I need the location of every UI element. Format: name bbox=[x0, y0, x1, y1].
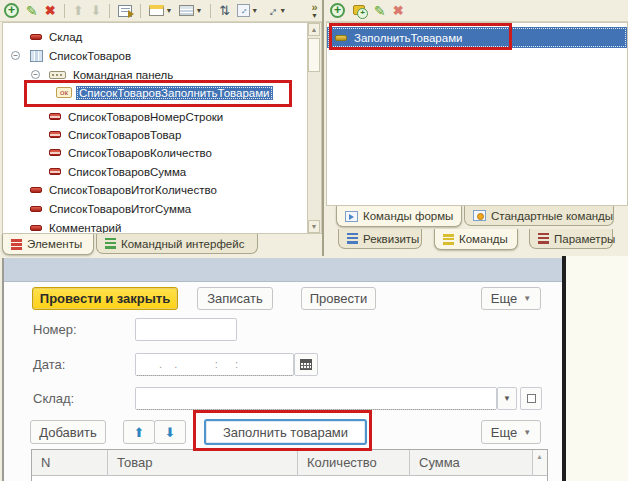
column-icon bbox=[49, 131, 61, 138]
warehouse-open-button[interactable] bbox=[520, 387, 542, 410]
table-scrollbar[interactable]: ▲ bbox=[532, 450, 547, 476]
tab-команды[interactable]: Команды bbox=[434, 229, 518, 250]
ok-button-icon: ок bbox=[56, 87, 72, 98]
tree-item[interactable]: СписокТоваровСумма bbox=[3, 162, 307, 181]
commands-list: ЗаполнитьТоварами bbox=[326, 22, 628, 206]
tree-item-label: СписокТоваровИтогКоличество bbox=[46, 183, 220, 197]
arrow-down-icon: ⬇ bbox=[165, 425, 176, 440]
fill-with-goods-label: Заполнить товарами bbox=[223, 425, 348, 440]
move-up-button[interactable]: ⬆ bbox=[73, 4, 84, 18]
date-input[interactable]: . . : : bbox=[135, 353, 294, 376]
tree-item-label: СписокТоваровКоличество bbox=[65, 146, 215, 160]
expander-icon[interactable]: − bbox=[31, 70, 40, 79]
tab-label: Элементы bbox=[27, 238, 82, 250]
tree-item[interactable]: −Командная панель bbox=[3, 65, 307, 84]
warehouse-input[interactable] bbox=[135, 387, 497, 410]
add-button[interactable]: + bbox=[4, 3, 19, 18]
tree-item-label: СписокТоваровСумма bbox=[65, 165, 189, 179]
scroll-thumb[interactable] bbox=[308, 38, 320, 72]
chevron-down-icon[interactable]: ▼ bbox=[165, 7, 172, 14]
tree-scrollbar[interactable]: ▲ ▼ bbox=[308, 22, 322, 234]
table-header-n: N bbox=[32, 450, 108, 476]
move-row-down-button[interactable]: ⬇ bbox=[154, 420, 186, 444]
arrow-up-icon: ⬆ bbox=[134, 425, 145, 440]
add-row-button[interactable]: Добавить bbox=[30, 420, 106, 444]
tab-командный-интерфейс[interactable]: Командный интерфейс bbox=[96, 234, 258, 254]
stacked-bars-icon bbox=[347, 233, 358, 244]
stacked-bars-icon bbox=[443, 234, 454, 245]
tree-item[interactable]: СписокТоваровНомерСтроки bbox=[3, 107, 307, 126]
delete-command-button[interactable]: ✖ bbox=[393, 4, 404, 17]
toolbar-separator bbox=[210, 4, 211, 18]
date-placeholder: . . : : bbox=[154, 358, 240, 370]
move-down-button[interactable]: ⬇ bbox=[91, 4, 102, 18]
tab-стандартные-команды[interactable]: Стандартные команды bbox=[464, 206, 614, 226]
command-icon bbox=[335, 35, 347, 41]
tree-item[interactable]: Склад bbox=[3, 27, 307, 46]
post-and-close-button[interactable]: Провести и закрыть bbox=[32, 287, 178, 310]
add-standard-command-button[interactable] bbox=[352, 5, 367, 17]
tree-item[interactable]: Комментарий bbox=[3, 218, 307, 234]
tab-label: Команды bbox=[459, 233, 508, 245]
commands-toolbar: +✎✖ bbox=[326, 0, 628, 22]
more-button-top[interactable]: Еще ▼ bbox=[481, 287, 541, 310]
resize-mode-button[interactable]: ↔▼ bbox=[237, 4, 258, 17]
tab-команды-формы[interactable]: Команды формы bbox=[336, 206, 462, 227]
tab-элементы[interactable]: Элементы bbox=[2, 234, 94, 255]
write-label: Записать bbox=[207, 291, 263, 306]
number-input[interactable] bbox=[135, 318, 237, 341]
panel-splitter[interactable] bbox=[322, 0, 324, 256]
post-label: Провести bbox=[310, 291, 368, 306]
edit-button[interactable]: ✎ bbox=[26, 4, 38, 18]
form-view-button[interactable]: ▼ bbox=[149, 5, 172, 16]
swap-arrows-icon: ⇅ bbox=[219, 4, 230, 17]
tree-item-label: Комментарий bbox=[46, 221, 124, 235]
chevron-down-icon[interactable]: ▼ bbox=[251, 7, 258, 14]
chevron-down-icon[interactable]: ▼ bbox=[195, 7, 202, 14]
tree-item-label: СписокТоваровНомерСтроки bbox=[65, 110, 226, 124]
calendar-button[interactable] bbox=[294, 353, 318, 376]
list-item[interactable]: ЗаполнитьТоварами bbox=[327, 27, 627, 48]
warehouse-label: Склад: bbox=[33, 391, 74, 406]
scroll-down-icon[interactable]: ▼ bbox=[308, 220, 320, 233]
tree-item-label: СписокТоваровЗаполнитьТоварами bbox=[76, 86, 273, 100]
form-arrangement-button[interactable]: ▼ bbox=[179, 5, 202, 16]
post-button[interactable]: Провести bbox=[301, 287, 376, 310]
more-button-table[interactable]: Еще ▼ bbox=[481, 420, 541, 444]
element-tree: Склад−СписокТоваров−Командная панельокСп… bbox=[2, 22, 308, 234]
tab-реквизиты[interactable]: Реквизиты bbox=[338, 229, 422, 249]
edit-command-button[interactable]: ✎ bbox=[374, 4, 386, 18]
spacing-button[interactable]: ↔▼ bbox=[265, 4, 286, 17]
tree-item[interactable]: окСписокТоваровЗаполнитьТоварами bbox=[3, 83, 307, 102]
tree-item[interactable]: СписокТоваровИтогКоличество bbox=[3, 180, 307, 199]
expander-icon[interactable]: − bbox=[11, 51, 20, 60]
open-value-icon bbox=[527, 394, 536, 403]
fill-with-goods-button[interactable]: Заполнить товарами bbox=[204, 419, 367, 445]
tree-item[interactable]: СписокТоваровКоличество bbox=[3, 143, 307, 162]
tab-label: Команды формы bbox=[363, 210, 453, 222]
swap-elements-button[interactable]: ⇅ bbox=[219, 4, 230, 17]
tab-параметры[interactable]: Параметры bbox=[529, 229, 613, 249]
scroll-up-icon[interactable]: ▲ bbox=[308, 23, 320, 36]
scroll-up-icon[interactable]: ▲ bbox=[536, 453, 543, 460]
toolbar-overflow[interactable]: »▼ bbox=[311, 2, 318, 19]
move-row-up-button[interactable]: ⬆ bbox=[123, 420, 155, 444]
window-rows-icon bbox=[179, 5, 194, 16]
chevron-down-icon: ▼ bbox=[523, 428, 531, 437]
warehouse-dropdown-button[interactable]: ▼ bbox=[497, 387, 517, 410]
table-header-сумма: Сумма bbox=[410, 450, 533, 476]
table-header-товар: Товар bbox=[108, 450, 298, 476]
tree-item-label: СписокТоваровИтогСумма bbox=[46, 202, 194, 216]
tab-label: Командный интерфейс bbox=[121, 238, 244, 250]
column-icon bbox=[49, 113, 61, 120]
add-standard-icon bbox=[352, 5, 367, 17]
window-title-icon bbox=[149, 5, 164, 16]
check-form-button[interactable] bbox=[118, 5, 132, 17]
elements-toolbar: +✎✖⬆⬇▼▼⇅↔▼↔▼»▼ bbox=[0, 0, 322, 22]
add-command-button[interactable]: + bbox=[330, 3, 345, 18]
tree-item[interactable]: −СписокТоваров bbox=[3, 46, 307, 65]
write-button[interactable]: Записать bbox=[197, 287, 273, 310]
tree-item[interactable]: СписокТоваровИтогСумма bbox=[3, 199, 307, 218]
tree-item[interactable]: СписокТоваровТовар bbox=[3, 125, 307, 144]
delete-button[interactable]: ✖ bbox=[45, 4, 56, 17]
